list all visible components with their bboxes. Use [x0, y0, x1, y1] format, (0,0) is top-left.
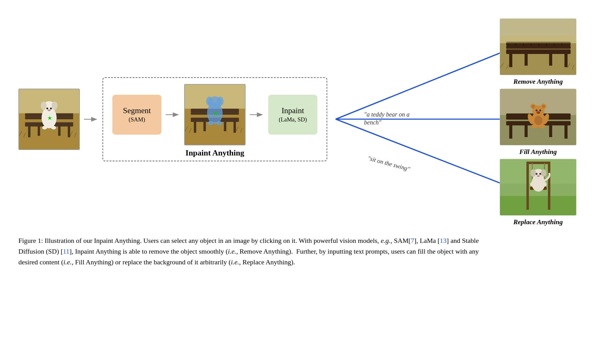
arrow-3	[249, 109, 265, 121]
svg-point-108	[536, 173, 537, 175]
segment-label: Segment	[123, 105, 151, 116]
svg-point-15	[48, 109, 51, 111]
svg-point-36	[206, 97, 213, 105]
svg-point-84	[532, 105, 535, 108]
pipeline: ★	[18, 12, 327, 226]
svg-point-106	[530, 169, 536, 177]
svg-rect-55	[509, 53, 512, 67]
svg-point-93	[531, 124, 537, 128]
svg-rect-5	[68, 125, 70, 137]
replace-label: Replace Anything	[513, 218, 563, 226]
svg-rect-80	[549, 125, 552, 137]
output-replace: Replace Anything	[500, 159, 576, 226]
svg-point-112	[542, 182, 547, 186]
svg-point-39	[217, 121, 222, 125]
masked-image: ★	[184, 84, 246, 145]
svg-rect-71	[500, 36, 576, 43]
svg-rect-4	[28, 125, 30, 137]
svg-point-12	[52, 102, 58, 110]
inpaint-block: Inpaint (LaMa, SD)	[268, 95, 317, 135]
svg-rect-54	[506, 46, 571, 49]
svg-point-90	[534, 116, 542, 125]
svg-point-110	[537, 175, 540, 177]
output-remove: Remove Anything	[500, 18, 576, 86]
fill-image	[500, 89, 576, 145]
remove-label: Remove Anything	[513, 78, 563, 86]
svg-text:★: ★	[213, 110, 218, 116]
input-image: ★	[18, 89, 80, 150]
arrow-2	[165, 109, 180, 121]
svg-rect-56	[564, 53, 568, 67]
svg-rect-29	[194, 121, 196, 132]
svg-rect-31	[204, 121, 206, 131]
output-fill: Fill Anything	[500, 89, 576, 156]
svg-point-38	[207, 121, 213, 125]
svg-point-17	[51, 126, 56, 129]
svg-rect-52	[506, 49, 571, 54]
svg-point-109	[539, 173, 541, 175]
svg-point-87	[536, 109, 537, 111]
outputs-area: "a teddy bear on a bench" "sit on the sw…	[327, 12, 583, 226]
svg-rect-97	[500, 196, 576, 216]
svg-point-14	[50, 107, 52, 109]
main-container: ★	[18, 12, 583, 268]
caption: Figure 1: Illustration of our Inpaint An…	[18, 235, 479, 268]
svg-rect-7	[58, 125, 60, 136]
svg-point-94	[539, 124, 545, 128]
svg-rect-58	[549, 53, 552, 66]
arrow-1	[83, 113, 99, 125]
svg-rect-32	[224, 121, 226, 131]
svg-rect-30	[234, 121, 236, 132]
diagram: ★	[18, 12, 583, 226]
svg-point-107	[541, 169, 546, 177]
svg-point-37	[217, 97, 224, 105]
segment-sub: (SAM)	[129, 116, 145, 124]
svg-rect-78	[564, 125, 568, 139]
svg-point-16	[42, 126, 47, 129]
inpaint-label: Inpaint	[281, 105, 304, 116]
svg-point-86	[542, 105, 545, 108]
remove-image	[500, 18, 576, 75]
svg-rect-77	[509, 125, 512, 139]
segment-block: Segment (SAM)	[112, 95, 161, 135]
svg-rect-57	[525, 53, 528, 66]
prompt-fill: "a teddy bear on a bench"	[364, 110, 419, 126]
svg-point-111	[530, 182, 534, 186]
svg-point-88	[539, 109, 541, 111]
svg-point-11	[41, 102, 47, 110]
dashed-box-label: Inpaint Anything	[185, 148, 244, 158]
svg-point-13	[46, 107, 48, 109]
inpaint-sub: (LaMa, SD)	[279, 116, 307, 124]
svg-point-89	[537, 111, 540, 114]
replace-image	[500, 159, 576, 216]
dashed-box: Segment (SAM)	[103, 77, 327, 161]
svg-rect-6	[38, 125, 40, 136]
caption-text1: Figure 1: Illustration of our Inpaint An…	[18, 237, 479, 266]
svg-rect-79	[525, 125, 528, 137]
fill-label: Fill Anything	[519, 148, 557, 156]
svg-text:★: ★	[47, 115, 52, 121]
